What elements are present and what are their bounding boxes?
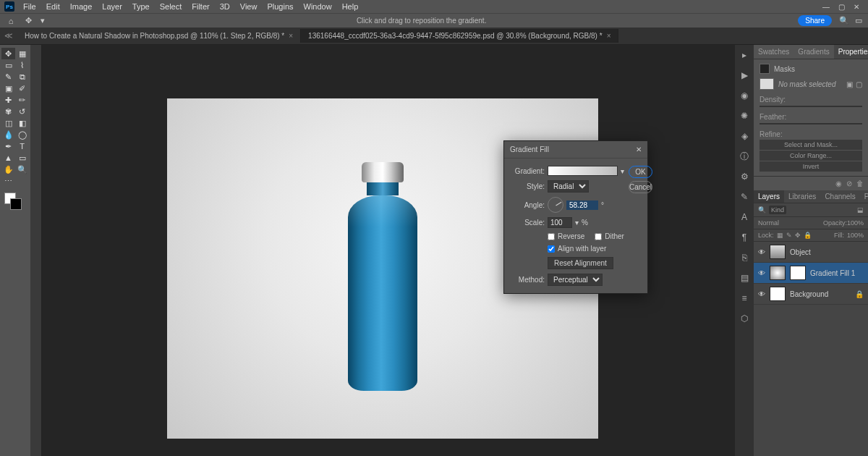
paths-panel-icon[interactable]: ⬡ [739,313,750,324]
info-panel-icon[interactable]: ⓘ [739,151,750,162]
filter-kind-select[interactable]: Kind [769,206,786,214]
quick-select-tool[interactable]: ✎ [1,71,15,83]
menu-3d[interactable]: 3D [216,1,234,12]
layer-row[interactable]: 👁 Background 🔒 [754,284,868,305]
ok-button[interactable]: OK [629,166,652,178]
paragraph-panel-icon[interactable]: ¶ [739,232,750,243]
history-panel-icon[interactable]: ▸ [739,49,750,61]
mask-mode-icon[interactable] [760,64,770,74]
layer-thumbnail[interactable] [770,266,786,280]
delete-mask-icon[interactable]: 🗑 [856,180,864,187]
background-color[interactable] [10,198,22,210]
layer-thumbnail[interactable] [770,287,786,301]
menu-select[interactable]: Select [156,1,187,12]
tab-scroll-left[interactable]: ≪ [0,31,17,41]
properties-panel-icon[interactable]: ⚙ [739,171,750,182]
visibility-icon[interactable]: 👁 [758,248,765,256]
visibility-icon[interactable]: 👁 [758,290,765,298]
eyedropper-tool[interactable]: ✐ [15,83,29,94]
hand-tool[interactable]: ✋ [1,164,15,175]
tab-paths[interactable]: Paths [860,190,868,203]
add-vector-mask-icon[interactable]: ▢ [856,80,862,88]
home-icon[interactable]: ⌂ [6,16,16,26]
tab-close-icon[interactable]: × [607,32,611,40]
menu-plugins[interactable]: Plugins [263,1,297,12]
color-panel-icon[interactable]: ◉ [739,90,750,101]
fill-value[interactable]: 100% [847,232,864,239]
gradient-tool[interactable]: ◧ [15,117,29,129]
lock-all-icon[interactable]: 🔒 [804,232,812,239]
maximize-icon[interactable]: ▢ [838,3,845,11]
layer-row[interactable]: 👁 Object [754,242,868,263]
layer-name[interactable]: Background [790,290,828,298]
scale-dropdown[interactable]: ▾ [575,219,579,227]
layer-thumbnail[interactable] [770,245,786,259]
frame-tool[interactable]: ▣ [1,83,15,94]
tab-swatches[interactable]: Swatches [754,45,793,59]
menu-layer[interactable]: Layer [98,1,127,12]
align-checkbox[interactable]: Align with layer [548,245,606,253]
style-select[interactable]: Radial [548,180,589,193]
blend-mode-select[interactable]: Normal [758,219,779,227]
add-pixel-mask-icon[interactable]: ▣ [846,80,853,88]
actions-panel-icon[interactable]: ▶ [739,69,750,81]
density-slider[interactable] [760,106,862,107]
color-swatches[interactable] [1,193,29,213]
tab-properties[interactable]: Properties [834,45,868,59]
method-select[interactable]: Perceptual [548,274,603,286]
menu-window[interactable]: Window [299,1,336,12]
blur-tool[interactable]: 💧 [1,129,15,140]
layer-name[interactable]: Object [790,248,811,256]
minimize-icon[interactable]: — [822,3,830,11]
clone-tool[interactable]: ✾ [1,106,15,117]
adjustments-panel-icon[interactable]: ✺ [739,110,750,122]
artboard-tool[interactable]: ▦ [15,48,29,59]
marquee-tool[interactable]: ▭ [1,59,15,71]
feather-slider[interactable] [760,123,862,124]
layer-mask-thumbnail[interactable] [790,266,806,280]
filter-toggle[interactable]: ⬓ [857,206,864,214]
crop-tool[interactable]: ⧉ [15,71,29,83]
filter-kind-icon[interactable]: 🔍 [758,206,766,214]
lock-position-icon[interactable]: ✥ [795,232,801,239]
healing-tool[interactable]: ✚ [1,94,15,106]
gradient-swatch[interactable] [548,166,618,176]
move-tool[interactable]: ✥ [1,48,15,59]
menu-help[interactable]: Help [338,1,363,12]
dodge-tool[interactable]: ◯ [15,129,29,140]
char-panel-icon[interactable]: A [739,211,750,223]
opacity-value[interactable]: 100% [847,219,864,227]
shape-tool[interactable]: ▭ [15,152,29,164]
cancel-button[interactable]: Cancel [629,181,652,193]
layer-row[interactable]: 👁 Gradient Fill 1 [754,263,868,284]
eraser-tool[interactable]: ◫ [1,117,15,129]
tab-layers[interactable]: Layers [754,190,784,203]
menu-type[interactable]: Type [128,1,154,12]
close-icon[interactable]: ✕ [854,3,859,11]
color-range-button[interactable]: Color Range... [760,151,862,161]
channels-panel-icon[interactable]: ≡ [739,292,750,304]
menu-filter[interactable]: Filter [187,1,213,12]
document-tab[interactable]: 136166448_cccdf025-36a3-4cd9-9447-5f95c8… [301,29,618,43]
edit-toolbar[interactable]: ⋯ [1,175,15,187]
angle-input[interactable]: 58.28 [566,200,598,210]
select-and-mask-button[interactable]: Select and Mask... [760,140,862,150]
tool-preset-dropdown[interactable]: ▾ [41,16,45,25]
menu-file[interactable]: File [19,1,41,12]
type-tool[interactable]: T [15,140,29,152]
tab-channels[interactable]: Channels [820,190,859,203]
reset-alignment-button[interactable]: Reset Alignment [548,257,613,269]
lock-transparent-icon[interactable]: ▦ [777,232,783,239]
history-brush-tool[interactable]: ↺ [15,106,29,117]
menu-edit[interactable]: Edit [42,1,64,12]
apply-mask-icon[interactable]: ◉ [835,180,842,187]
angle-knob[interactable] [548,197,563,213]
dither-checkbox[interactable]: Dither [595,232,624,240]
dialog-close-icon[interactable]: ✕ [636,145,642,153]
visibility-icon[interactable]: 👁 [758,269,765,277]
layer-name[interactable]: Gradient Fill 1 [810,269,855,277]
gradient-dropdown[interactable]: ▾ [621,167,624,175]
menu-image[interactable]: Image [66,1,97,12]
share-button[interactable]: Share [798,15,832,26]
search-icon[interactable]: 🔍 [839,16,849,25]
